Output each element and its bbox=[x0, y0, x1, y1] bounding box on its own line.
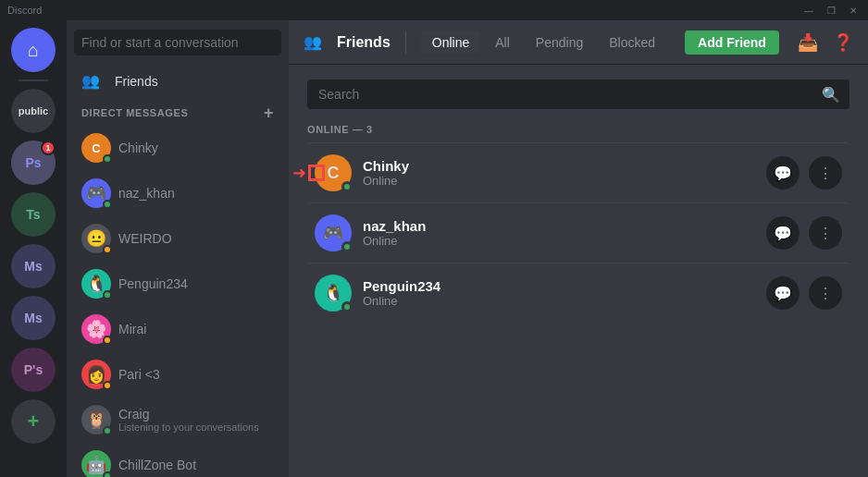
server-icon-ts[interactable]: Ts bbox=[11, 192, 56, 237]
server-icon-ms2[interactable]: Ms bbox=[11, 296, 56, 340]
friend-status-naz-khan: Online bbox=[363, 234, 766, 248]
friend-status-dot-chinky bbox=[341, 181, 353, 192]
friend-actions-penguin: 💬 ⋮ bbox=[766, 276, 842, 310]
dm-search-bar bbox=[67, 20, 289, 65]
dm-item-penguin[interactable]: 🐧 Penguin234 bbox=[74, 262, 281, 306]
avatar-chillzone: 🤖 bbox=[81, 450, 111, 477]
friends-icon: 👥 bbox=[81, 72, 100, 90]
dm-item-mirai[interactable]: 🌸 Mirai bbox=[74, 307, 281, 351]
dm-name-mirai: Mirai bbox=[118, 322, 274, 336]
avatar-mirai: 🌸 bbox=[81, 314, 111, 344]
add-server-button[interactable]: + bbox=[11, 399, 56, 444]
friend-avatar-penguin: 🐧 bbox=[315, 275, 352, 312]
friend-item-naz-khan[interactable]: 🎮 naz_khan Online 💬 ⋮ bbox=[307, 202, 849, 263]
more-naz-khan-button[interactable]: ⋮ bbox=[809, 216, 842, 250]
craig-subtext: Listening to your conversations bbox=[118, 422, 259, 433]
friend-name-penguin: Penguin234 bbox=[363, 278, 766, 294]
inbox-icon[interactable]: 📥 bbox=[798, 32, 818, 53]
message-naz-khan-button[interactable]: 💬 bbox=[766, 216, 800, 250]
friend-name-naz-khan: naz_khan bbox=[363, 218, 766, 234]
more-penguin-button[interactable]: ⋮ bbox=[809, 276, 842, 310]
more-icon: ⋮ bbox=[818, 285, 833, 302]
sidebar-item-friends[interactable]: 👥 Friends bbox=[74, 65, 281, 97]
message-chinky-button[interactable]: 💬 bbox=[766, 156, 800, 190]
direct-messages-label: DIRECT MESSAGES bbox=[81, 107, 188, 118]
help-icon[interactable]: ❓ bbox=[833, 32, 853, 53]
status-dot-weirdo bbox=[103, 245, 112, 254]
friend-info-naz-khan: naz_khan Online bbox=[363, 218, 766, 248]
more-chinky-button[interactable]: ⋮ bbox=[809, 156, 842, 190]
friends-header-icon: 👥 bbox=[304, 33, 322, 51]
header-divider bbox=[405, 31, 406, 54]
friend-status-penguin: Online bbox=[363, 294, 766, 308]
friends-content: 🔍 ONLINE — 3 C Chinky Online bbox=[289, 65, 868, 477]
server-icon-ps1[interactable]: Ps 1 bbox=[11, 141, 56, 185]
more-icon: ⋮ bbox=[818, 225, 833, 242]
dm-item-naz-khan[interactable]: 🎮 naz_khan bbox=[74, 171, 281, 215]
avatar-naz-khan: 🎮 bbox=[81, 178, 111, 208]
dm-name-naz-khan: naz_khan bbox=[118, 186, 274, 201]
search-icon: 🔍 bbox=[822, 86, 840, 104]
server-label-ts: Ts bbox=[26, 207, 40, 222]
friend-actions-naz-khan: 💬 ⋮ bbox=[766, 216, 842, 250]
dm-item-weirdo[interactable]: 😐 WEIRDO bbox=[74, 216, 281, 261]
server-label-ms1: Ms bbox=[24, 259, 42, 274]
add-friend-button[interactable]: Add Friend bbox=[685, 31, 779, 55]
app-title: Discord bbox=[7, 5, 42, 16]
dm-name-chinky: Chinky bbox=[118, 141, 274, 155]
server-icon-ps2[interactable]: P's bbox=[11, 348, 56, 392]
home-icon: ⌂ bbox=[28, 40, 39, 61]
search-container: 🔍 bbox=[307, 80, 849, 109]
avatar-chinky: C bbox=[81, 133, 111, 163]
friend-status-chinky: Online bbox=[363, 174, 766, 188]
status-dot-chillzone bbox=[103, 471, 112, 477]
status-dot-chinky bbox=[103, 154, 112, 164]
server-badge-ps1: 1 bbox=[41, 141, 56, 155]
message-icon: 💬 bbox=[774, 285, 792, 302]
avatar-weirdo: 😐 bbox=[81, 224, 111, 253]
friend-item-chinky[interactable]: C Chinky Online 💬 ⋮ bbox=[307, 142, 849, 202]
message-icon: 💬 bbox=[774, 225, 792, 242]
dm-item-chinky[interactable]: C Chinky bbox=[74, 126, 281, 170]
friend-info-chinky: Chinky Online bbox=[363, 158, 766, 188]
tab-all[interactable]: All bbox=[484, 31, 521, 54]
dm-item-pari[interactable]: 👩 Pari <3 bbox=[74, 352, 281, 397]
page-title: Friends bbox=[337, 34, 391, 51]
status-dot-penguin bbox=[103, 290, 112, 300]
server-label-public: public bbox=[19, 105, 48, 116]
friend-name-chinky: Chinky bbox=[363, 158, 766, 174]
header-tabs: Online All Pending Blocked bbox=[421, 31, 666, 54]
friend-avatar-chinky: C bbox=[315, 154, 352, 191]
dm-item-chillzone[interactable]: 🤖 ChillZone Bot bbox=[74, 443, 281, 477]
search-input[interactable] bbox=[307, 80, 849, 109]
dm-name-craig: Craig bbox=[118, 407, 259, 422]
close-button[interactable]: ✕ bbox=[846, 6, 861, 16]
message-penguin-button[interactable]: 💬 bbox=[766, 276, 800, 310]
dm-name-chillzone: ChillZone Bot bbox=[118, 458, 274, 472]
status-dot-craig bbox=[103, 426, 112, 435]
friends-label: Friends bbox=[115, 74, 274, 89]
minimize-button[interactable]: — bbox=[801, 6, 816, 16]
dm-section-header: DIRECT MESSAGES + bbox=[67, 97, 289, 125]
title-bar: Discord — ❐ ✕ bbox=[0, 0, 868, 20]
avatar-penguin: 🐧 bbox=[81, 269, 111, 299]
friend-item-penguin[interactable]: 🐧 Penguin234 Online 💬 ⋮ bbox=[307, 263, 849, 323]
tab-pending[interactable]: Pending bbox=[525, 31, 594, 54]
main-header: 👥 Friends Online All Pending Blocked Add… bbox=[289, 20, 868, 65]
friend-status-dot-penguin bbox=[341, 301, 353, 312]
server-icon-public[interactable]: public bbox=[11, 89, 56, 133]
server-icon-ms1[interactable]: Ms bbox=[11, 244, 56, 288]
server-divider bbox=[19, 80, 48, 81]
server-icon-home[interactable]: ⌂ bbox=[11, 28, 56, 72]
dm-list: C Chinky 🎮 naz_khan bbox=[67, 125, 289, 477]
add-dm-button[interactable]: + bbox=[264, 104, 274, 121]
maximize-button[interactable]: ❐ bbox=[824, 6, 838, 16]
avatar-craig: 🦉 bbox=[81, 405, 111, 434]
friend-row-chinky-wrapper: C Chinky Online 💬 ⋮ bbox=[307, 142, 849, 202]
dm-item-craig[interactable]: 🦉 Craig Listening to your conversations bbox=[74, 398, 281, 442]
search-input[interactable] bbox=[74, 30, 281, 55]
tab-blocked[interactable]: Blocked bbox=[598, 31, 666, 54]
status-dot-pari bbox=[103, 381, 112, 390]
server-label-ps1: Ps bbox=[25, 155, 41, 170]
tab-online[interactable]: Online bbox=[421, 31, 480, 54]
